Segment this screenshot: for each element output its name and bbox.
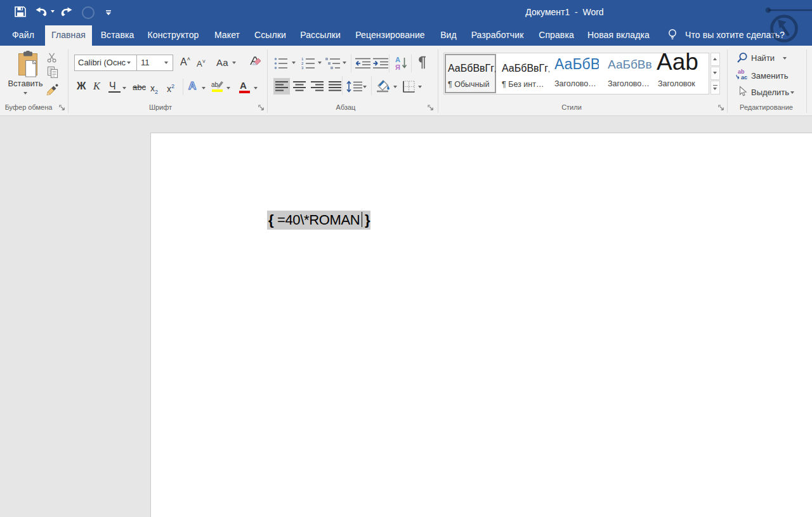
- svg-text:А: А: [395, 56, 400, 63]
- svg-text:ac: ac: [741, 74, 747, 81]
- svg-text:1: 1: [301, 57, 304, 61]
- svg-text:2: 2: [301, 62, 304, 65]
- svg-text:Я: Я: [395, 63, 400, 71]
- svg-text:3: 3: [301, 66, 304, 70]
